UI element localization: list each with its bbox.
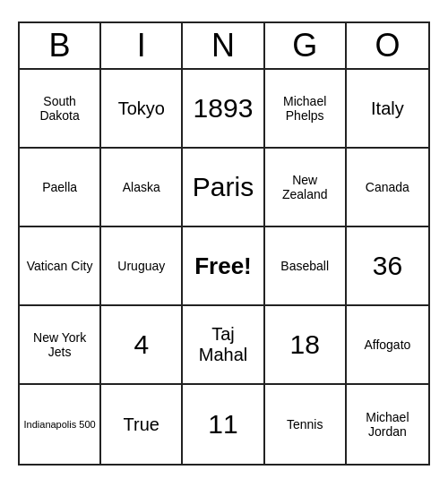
bingo-cell: New York Jets — [20, 306, 101, 385]
header-letter: G — [265, 23, 347, 68]
bingo-cell: 36 — [347, 227, 428, 306]
bingo-cell: Free! — [183, 227, 264, 306]
bingo-cell: Michael Phelps — [265, 70, 347, 149]
bingo-card: BINGO South DakotaTokyo1893Michael Phelp… — [18, 21, 430, 466]
bingo-cell: Canada — [347, 149, 428, 227]
header-letter: I — [101, 23, 183, 68]
bingo-cell: Michael Jordan — [347, 385, 428, 464]
bingo-cell: Taj Mahal — [183, 306, 264, 385]
bingo-cell: 1893 — [183, 70, 264, 149]
bingo-cell: Tokyo — [101, 70, 183, 149]
header-letter: N — [183, 23, 264, 68]
bingo-cell: Paella — [20, 149, 101, 227]
bingo-cell: South Dakota — [20, 70, 101, 149]
bingo-grid: South DakotaTokyo1893Michael PhelpsItaly… — [20, 70, 428, 464]
bingo-cell: Italy — [347, 70, 428, 149]
bingo-cell: 18 — [265, 306, 347, 385]
bingo-cell: 11 — [183, 385, 264, 464]
bingo-cell: Uruguay — [101, 227, 183, 306]
bingo-cell: Indianapolis 500 — [20, 385, 101, 464]
header-letter: O — [347, 23, 428, 68]
bingo-cell: Vatican City — [20, 227, 101, 306]
bingo-header: BINGO — [20, 23, 428, 70]
bingo-cell: True — [101, 385, 183, 464]
bingo-cell: Baseball — [265, 227, 347, 306]
bingo-cell: Tennis — [265, 385, 347, 464]
bingo-cell: Paris — [183, 149, 264, 227]
bingo-cell: Affogato — [347, 306, 428, 385]
header-letter: B — [20, 23, 101, 68]
bingo-cell: Alaska — [101, 149, 183, 227]
bingo-cell: 4 — [101, 306, 183, 385]
bingo-cell: New Zealand — [265, 149, 347, 227]
